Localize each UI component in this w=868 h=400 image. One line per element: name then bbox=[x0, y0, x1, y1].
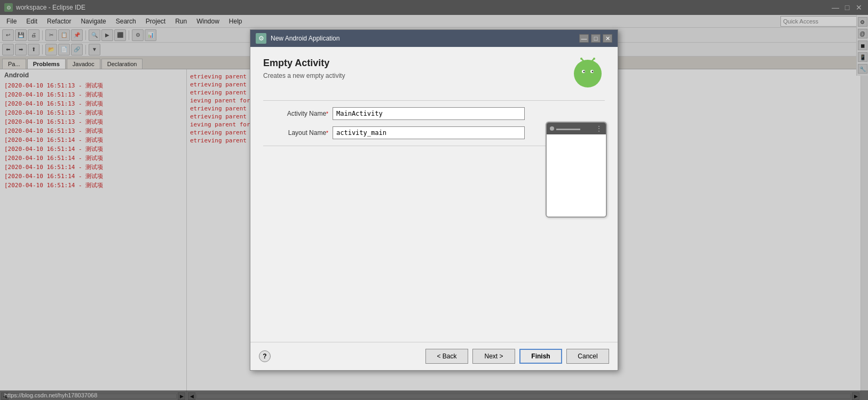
layout-name-label: Layout Name* bbox=[263, 129, 333, 137]
dialog-header-subtitle: Creates a new empty activity bbox=[263, 72, 345, 79]
activity-name-label: Activity Name* bbox=[263, 110, 333, 117]
cancel-button[interactable]: Cancel bbox=[566, 349, 609, 364]
url-text: https://blog.csdn.net/hyh178037068 bbox=[4, 392, 97, 398]
back-button[interactable]: < Back bbox=[425, 349, 468, 364]
svg-point-4 bbox=[592, 71, 594, 73]
svg-point-8 bbox=[593, 58, 595, 60]
phone-signal-dot bbox=[550, 126, 554, 131]
url-bar: https://blog.csdn.net/hyh178037068 bbox=[0, 390, 868, 400]
required-marker-1: * bbox=[326, 111, 328, 117]
help-button[interactable]: ? bbox=[259, 350, 271, 362]
dialog-content: Empty Activity Creates a new empty activ… bbox=[250, 47, 618, 342]
dialog-header-section: Empty Activity Creates a new empty activ… bbox=[263, 58, 605, 92]
dialog-titlebar: ⚙ New Android Application — □ ✕ bbox=[250, 30, 618, 47]
svg-point-7 bbox=[580, 58, 582, 60]
android-logo bbox=[571, 58, 605, 92]
phone-status-text: ▬▬▬▬▬ bbox=[556, 126, 580, 131]
dialog-title: New Android Application bbox=[271, 35, 340, 42]
phone-status-bar: ▬▬▬▬▬ ⋮ bbox=[547, 123, 606, 134]
finish-button[interactable]: Finish bbox=[519, 349, 562, 364]
dialog-footer: ? < Back Next > Finish Cancel bbox=[250, 342, 618, 370]
dialog-header-title: Empty Activity bbox=[263, 58, 345, 69]
phone-preview: ▬▬▬▬▬ ⋮ bbox=[546, 122, 607, 218]
activity-name-input[interactable] bbox=[333, 107, 525, 120]
dialog-maximize-btn[interactable]: □ bbox=[591, 34, 601, 43]
phone-more-icon: ⋮ bbox=[595, 124, 603, 133]
svg-point-3 bbox=[583, 71, 585, 73]
dialog: ⚙ New Android Application — □ ✕ Empty Ac… bbox=[250, 29, 618, 371]
modal-overlay: ⚙ New Android Application — □ ✕ Empty Ac… bbox=[0, 0, 868, 400]
layout-name-input[interactable] bbox=[333, 126, 525, 139]
svg-point-0 bbox=[574, 60, 602, 87]
dialog-close-btn[interactable]: ✕ bbox=[603, 34, 612, 43]
form-separator-1 bbox=[263, 100, 605, 101]
required-marker-2: * bbox=[326, 130, 328, 136]
activity-name-row: Activity Name* bbox=[263, 107, 605, 120]
dialog-minimize-btn[interactable]: — bbox=[579, 34, 589, 43]
dialog-app-icon: ⚙ bbox=[256, 33, 266, 44]
phone-screen bbox=[547, 134, 606, 214]
next-button[interactable]: Next > bbox=[472, 349, 515, 364]
